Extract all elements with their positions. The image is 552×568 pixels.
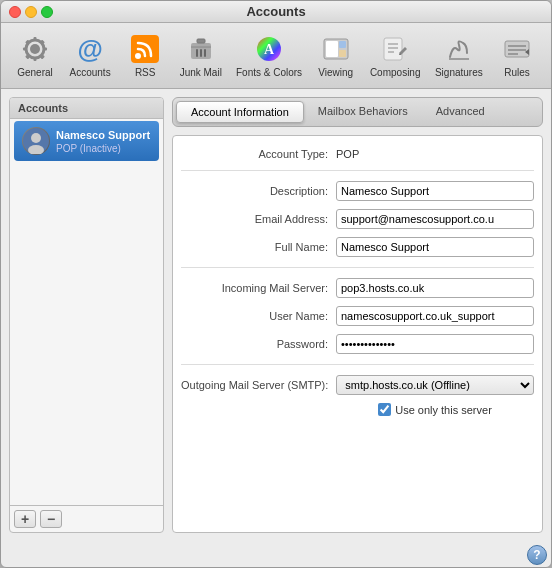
smtp-label: Outgoing Mail Server (SMTP): (181, 379, 336, 391)
description-label: Description: (181, 185, 336, 197)
composing-icon (379, 33, 411, 65)
account-info: Namesco Support POP (Inactive) (56, 128, 151, 153)
toolbar-item-signatures[interactable]: Signatures (429, 29, 489, 82)
account-type-row: Account Type: POP (181, 148, 534, 160)
toolbar-item-rules[interactable]: Rules (491, 29, 543, 82)
toolbar-item-rss[interactable]: RSS (119, 29, 171, 82)
toolbar: General @ Accounts RSS (1, 23, 551, 89)
tab-mailbox-behaviors[interactable]: Mailbox Behaviors (304, 101, 422, 123)
username-input[interactable] (336, 306, 534, 326)
remove-account-button[interactable]: − (40, 510, 62, 528)
svg-point-35 (31, 133, 41, 143)
description-input[interactable] (336, 181, 534, 201)
minimize-button[interactable] (25, 6, 37, 18)
toolbar-label-accounts: Accounts (70, 67, 111, 78)
toolbar-label-rss: RSS (135, 67, 156, 78)
toolbar-item-composing[interactable]: Composing (364, 29, 427, 82)
toolbar-label-rules: Rules (504, 67, 530, 78)
svg-rect-24 (384, 38, 402, 60)
toolbar-label-composing: Composing (370, 67, 421, 78)
svg-rect-4 (23, 48, 27, 51)
viewing-icon (320, 33, 352, 65)
add-account-button[interactable]: + (14, 510, 36, 528)
email-input[interactable] (336, 209, 534, 229)
toolbar-label-fonts: Fonts & Colors (236, 67, 302, 78)
username-label: User Name: (181, 310, 336, 322)
sidebar-list: Namesco Support POP (Inactive) (10, 119, 163, 505)
svg-rect-3 (34, 57, 37, 61)
divider-2 (181, 267, 534, 268)
titlebar: Accounts (1, 1, 551, 23)
fonts-icon: A (253, 33, 285, 65)
gear-icon (19, 33, 51, 65)
help-button[interactable]: ? (527, 545, 547, 565)
window-controls (9, 6, 53, 18)
svg-rect-23 (339, 50, 346, 57)
close-button[interactable] (9, 6, 21, 18)
help-area: ? (1, 541, 551, 567)
svg-rect-10 (131, 35, 159, 63)
toolbar-label-general: General (17, 67, 53, 78)
accounts-icon: @ (74, 33, 106, 65)
description-row: Description: (181, 181, 534, 201)
maximize-button[interactable] (41, 6, 53, 18)
smtp-select[interactable]: smtp.hosts.co.uk (Offline) (336, 375, 534, 395)
smtp-row: Outgoing Mail Server (SMTP): smtp.hosts.… (181, 375, 534, 395)
account-type-value: POP (336, 148, 359, 160)
sidebar-header: Accounts (10, 98, 163, 119)
rules-icon (501, 33, 533, 65)
sidebar-footer: + − (10, 505, 163, 532)
password-row: Password: (181, 334, 534, 354)
sidebar-account-namesco[interactable]: Namesco Support POP (Inactive) (14, 121, 159, 161)
tab-bar: Account Information Mailbox Behaviors Ad… (172, 97, 543, 127)
svg-point-0 (30, 44, 40, 54)
tab-advanced[interactable]: Advanced (422, 101, 499, 123)
tab-account-information[interactable]: Account Information (176, 101, 304, 123)
toolbar-item-general[interactable]: General (9, 29, 61, 82)
toolbar-item-viewing[interactable]: Viewing (310, 29, 362, 82)
avatar (22, 127, 50, 155)
account-type: POP (Inactive) (56, 143, 151, 154)
main-window: Accounts General (0, 0, 552, 568)
fullname-label: Full Name: (181, 241, 336, 253)
password-label: Password: (181, 338, 336, 350)
main-content: Accounts Namesco Support POP (Inactive) (1, 89, 551, 541)
toolbar-item-fonts[interactable]: A Fonts & Colors (230, 29, 307, 82)
incoming-server-label: Incoming Mail Server: (181, 282, 336, 294)
window-title: Accounts (246, 4, 305, 19)
svg-rect-22 (339, 41, 346, 48)
svg-point-11 (135, 53, 141, 59)
username-row: User Name: (181, 306, 534, 326)
rss-icon (129, 33, 161, 65)
toolbar-label-junk: Junk Mail (180, 67, 222, 78)
use-only-row: Use only this server (336, 403, 534, 416)
use-only-checkbox[interactable] (378, 403, 391, 416)
divider-1 (181, 170, 534, 171)
password-input[interactable] (336, 334, 534, 354)
incoming-server-row: Incoming Mail Server: (181, 278, 534, 298)
toolbar-label-viewing: Viewing (318, 67, 353, 78)
right-panel: Account Information Mailbox Behaviors Ad… (172, 97, 543, 533)
svg-rect-5 (43, 48, 47, 51)
svg-text:A: A (264, 42, 275, 57)
junk-icon (185, 33, 217, 65)
divider-3 (181, 364, 534, 365)
svg-rect-2 (34, 37, 37, 41)
toolbar-item-junk[interactable]: Junk Mail (173, 29, 228, 82)
fullname-input[interactable] (336, 237, 534, 257)
email-label: Email Address: (181, 213, 336, 225)
signatures-icon (443, 33, 475, 65)
form-panel: Account Type: POP Description: Email Add… (172, 135, 543, 533)
sidebar: Accounts Namesco Support POP (Inactive) (9, 97, 164, 533)
incoming-server-input[interactable] (336, 278, 534, 298)
svg-rect-13 (197, 39, 205, 43)
account-type-label: Account Type: (181, 148, 336, 160)
toolbar-label-signatures: Signatures (435, 67, 483, 78)
toolbar-item-accounts[interactable]: @ Accounts (63, 29, 117, 82)
account-name: Namesco Support (56, 128, 151, 142)
svg-rect-21 (326, 41, 338, 57)
use-only-label: Use only this server (395, 404, 492, 416)
fullname-row: Full Name: (181, 237, 534, 257)
email-row: Email Address: (181, 209, 534, 229)
